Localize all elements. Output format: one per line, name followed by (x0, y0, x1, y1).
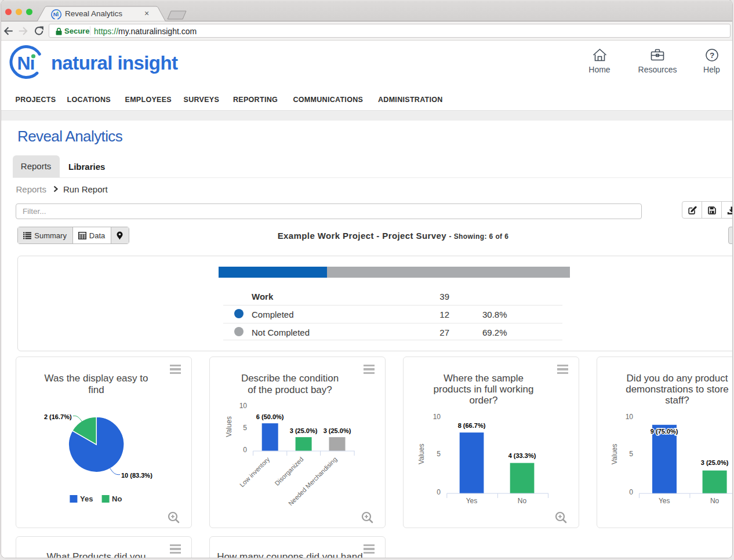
svg-text:9 (75.0%): 9 (75.0%) (651, 428, 678, 435)
svg-text:5: 5 (243, 424, 247, 432)
svg-text:10: 10 (626, 413, 634, 421)
svg-text:3 (25.0%): 3 (25.0%) (290, 427, 318, 434)
svg-text:3 (25.0%): 3 (25.0%) (324, 427, 351, 434)
svg-text:5: 5 (629, 450, 633, 458)
svg-text:Values: Values (417, 443, 426, 464)
svg-text:8 (66.7%): 8 (66.7%) (458, 422, 486, 429)
svg-text:No: No (112, 494, 122, 503)
svg-text:Disorganized: Disorganized (274, 456, 305, 487)
svg-text:0: 0 (437, 488, 441, 496)
svg-text:Low inventory: Low inventory (238, 456, 271, 489)
svg-text:Values: Values (611, 443, 619, 464)
svg-text:4 (33.3%): 4 (33.3%) (508, 452, 536, 459)
svg-text:0: 0 (243, 446, 247, 454)
svg-text:3 (25.0%): 3 (25.0%) (701, 459, 729, 466)
svg-text:Yes: Yes (659, 497, 670, 505)
svg-text:Yes: Yes (466, 497, 478, 505)
svg-text:10: 10 (239, 402, 248, 410)
svg-text:Yes: Yes (80, 494, 93, 503)
svg-text:5: 5 (437, 450, 441, 458)
svg-text:No: No (518, 497, 527, 505)
svg-text:6 (50.0%): 6 (50.0%) (256, 413, 284, 420)
svg-text:?: ? (709, 51, 714, 60)
svg-text:10: 10 (433, 413, 441, 421)
svg-text:No: No (710, 497, 720, 505)
svg-text:Values: Values (225, 416, 233, 437)
svg-text:0: 0 (629, 488, 633, 496)
svg-text:10 (83.3%): 10 (83.3%) (121, 472, 152, 479)
svg-text:2 (16.7%): 2 (16.7%) (44, 413, 72, 420)
